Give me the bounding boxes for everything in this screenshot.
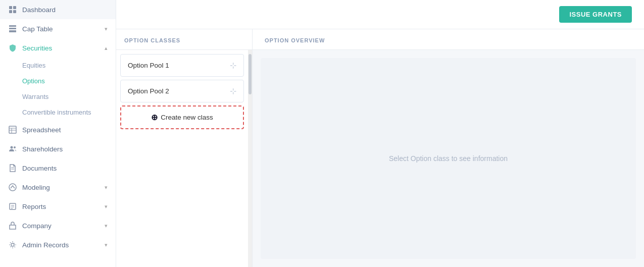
sidebar-item-label: Documents: [22, 165, 57, 172]
option-classes-header: OPTION CLASSES: [116, 29, 252, 50]
create-new-class-button[interactable]: ⊕ Create new class: [120, 105, 244, 129]
sidebar-item-spreadsheet[interactable]: Spreadsheet: [0, 120, 116, 139]
sidebar-item-label: Modeling: [22, 184, 50, 191]
sidebar: Dashboard Cap Table ▾ Securities ▴ Equit…: [0, 0, 116, 267]
chevron-down-icon: ▾: [105, 26, 108, 32]
svg-rect-0: [9, 6, 12, 9]
scrollbar-thumb[interactable]: [249, 54, 252, 94]
chevron-up-icon: ▴: [105, 45, 108, 51]
grid-icon: [8, 5, 17, 14]
shareholders-icon: [8, 144, 17, 153]
svg-rect-4: [9, 25, 16, 27]
option-class-pool1[interactable]: Option Pool 1 ⊹: [120, 54, 244, 77]
company-icon: [8, 221, 17, 230]
sidebar-item-label: Cap Table: [22, 25, 53, 33]
sidebar-item-label: Dashboard: [22, 6, 56, 14]
sidebar-item-warrants[interactable]: Warrants: [0, 89, 116, 104]
option-pool2-label: Option Pool 2: [128, 87, 169, 95]
drag-icon: ⊹: [230, 61, 236, 70]
option-overview-empty-message: Select Option class to see information: [261, 58, 636, 259]
spreadsheet-icon: [8, 125, 17, 134]
svg-point-21: [11, 243, 14, 246]
create-new-class-label: Create new class: [161, 114, 213, 121]
svg-point-12: [14, 146, 16, 148]
sidebar-item-dashboard[interactable]: Dashboard: [0, 0, 116, 19]
sidebar-item-options[interactable]: Options: [0, 73, 116, 89]
modeling-icon: [8, 183, 17, 192]
option-overview-panel: OPTION OVERVIEW Select Option class to s…: [253, 29, 644, 267]
option-classes-panel: OPTION CLASSES Option Pool 1 ⊹ Option Po…: [116, 29, 253, 267]
svg-point-11: [11, 146, 13, 149]
sidebar-item-documents[interactable]: Documents: [0, 158, 116, 178]
svg-rect-20: [10, 225, 16, 229]
issue-grants-button[interactable]: ISSUE GRANTS: [559, 6, 632, 23]
sidebar-item-label: Shareholders: [22, 145, 63, 153]
sidebar-item-equities[interactable]: Equities: [0, 58, 116, 73]
sidebar-item-label: Securities: [22, 44, 52, 52]
sidebar-item-admin-records[interactable]: Admin Records ▾: [0, 235, 116, 254]
chevron-down-icon: ▾: [105, 184, 108, 191]
admin-icon: [8, 240, 17, 249]
sidebar-item-securities[interactable]: Securities ▴: [0, 38, 116, 58]
svg-rect-7: [9, 126, 16, 133]
main-content: ISSUE GRANTS OPTION CLASSES Option Pool …: [116, 0, 644, 267]
sidebar-item-label: Company: [22, 222, 52, 230]
drag-icon: ⊹: [230, 86, 236, 96]
option-class-pool2[interactable]: Option Pool 2 ⊹: [120, 80, 244, 102]
svg-rect-2: [9, 10, 12, 13]
securities-submenu: Equities Options Warrants Convertible in…: [0, 58, 116, 120]
table-icon: [8, 24, 17, 33]
content-area: OPTION CLASSES Option Pool 1 ⊹ Option Po…: [116, 29, 644, 267]
documents-icon: [8, 164, 17, 173]
svg-rect-5: [9, 28, 16, 29]
chevron-down-icon: ▾: [105, 203, 108, 210]
chevron-down-icon: ▾: [105, 223, 108, 229]
panel-scroll-container: Option Pool 1 ⊹ Option Pool 2 ⊹ ⊕ Create…: [116, 50, 252, 267]
shield-icon: [8, 43, 17, 52]
svg-rect-1: [13, 6, 16, 9]
sidebar-item-modeling[interactable]: Modeling ▾: [0, 178, 116, 197]
sidebar-item-label: Admin Records: [22, 241, 69, 249]
sidebar-item-company[interactable]: Company ▾: [0, 216, 116, 235]
svg-point-15: [9, 184, 16, 191]
chevron-down-icon: ▾: [105, 242, 108, 248]
sidebar-item-cap-table[interactable]: Cap Table ▾: [0, 19, 116, 38]
sidebar-item-label: Reports: [22, 203, 46, 210]
option-pool1-label: Option Pool 1: [128, 62, 169, 69]
sidebar-item-convertible-instruments[interactable]: Convertible instruments: [0, 104, 116, 120]
option-overview-header: OPTION OVERVIEW: [253, 29, 644, 50]
svg-rect-3: [13, 10, 16, 13]
sidebar-item-label: Spreadsheet: [22, 126, 61, 134]
option-classes-list: Option Pool 1 ⊹ Option Pool 2 ⊹ ⊕ Create…: [116, 50, 248, 267]
sidebar-item-reports[interactable]: Reports ▾: [0, 197, 116, 216]
plus-icon: ⊕: [151, 113, 158, 122]
reports-icon: [8, 202, 17, 211]
topbar: ISSUE GRANTS: [116, 0, 644, 29]
scrollbar-track[interactable]: [248, 50, 252, 267]
svg-rect-6: [9, 30, 16, 32]
sidebar-item-shareholders[interactable]: Shareholders: [0, 139, 116, 158]
